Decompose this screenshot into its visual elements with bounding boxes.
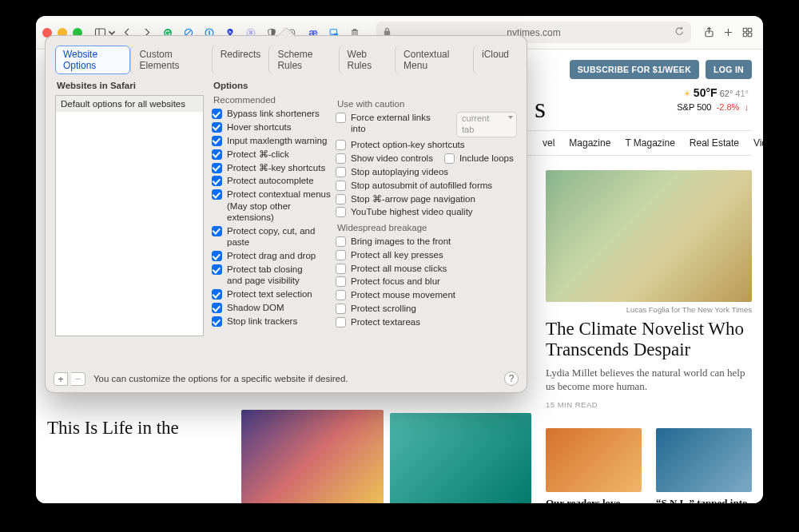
option-label: Protect option-key shortcuts — [351, 139, 465, 150]
nav-item[interactable]: vel — [543, 137, 555, 149]
option-checkbox[interactable]: Protect all key presses — [336, 249, 517, 260]
svg-rect-29 — [748, 33, 752, 37]
svg-rect-28 — [743, 33, 747, 37]
tab-icloud[interactable]: iCloud — [473, 46, 517, 74]
option-checkbox[interactable]: Protect contextual menus(May stop other … — [212, 189, 336, 223]
checkbox-icon — [212, 109, 222, 119]
checkbox-icon — [336, 276, 346, 287]
option-label: Protect all mouse clicks — [351, 263, 447, 274]
tab-contextual-menu[interactable]: Contextual Menu — [395, 46, 473, 74]
add-website-button[interactable]: + — [54, 372, 68, 386]
option-checkbox[interactable]: Protect focus and blur — [336, 276, 517, 287]
option-label: Input maxlength warning — [227, 135, 327, 146]
extension-settings-popover: Website Options Custom Elements Redirect… — [45, 35, 527, 393]
tab-web-rules[interactable]: Web Rules — [339, 46, 396, 74]
option-label: Shadow DOM — [227, 302, 284, 313]
option-checkbox[interactable]: Force external links intocurrent tab — [336, 112, 517, 137]
checkbox-icon — [336, 207, 346, 217]
option-checkbox[interactable]: Protect option-key shortcuts — [336, 139, 517, 150]
share-button[interactable] — [699, 23, 718, 42]
option-checkbox[interactable]: Protect copy, cut, and paste — [212, 225, 336, 248]
nav-item[interactable]: Magazine — [569, 137, 610, 149]
option-checkbox[interactable]: Bring images to the front — [336, 236, 517, 247]
option-label: Protect contextual menus(May stop other … — [227, 189, 336, 223]
option-checkbox[interactable]: Stop ⌘-arrow page navigation — [336, 193, 517, 204]
option-select[interactable]: current tab — [456, 112, 517, 137]
option-label: YouTube highest video quality — [351, 206, 473, 217]
checkbox-icon — [212, 176, 222, 186]
option-checkbox[interactable]: Protect all mouse clicks — [336, 263, 517, 274]
option-label: Protect scrolling — [351, 303, 416, 314]
tab-scheme-rules[interactable]: Scheme Rules — [268, 46, 338, 74]
help-button[interactable]: ? — [504, 371, 519, 386]
option-label: Protect focus and blur — [351, 276, 440, 287]
option-checkbox[interactable]: YouTube highest video quality — [336, 206, 517, 217]
svg-line-4 — [186, 30, 191, 34]
tab-redirects[interactable]: Redirects — [212, 46, 269, 74]
svg-rect-20 — [354, 29, 356, 30]
checkbox-icon — [336, 194, 346, 204]
option-checkbox[interactable]: Protect autocomplete — [212, 175, 336, 186]
hero-title[interactable]: The Climate Novelist Who Transcends Desp… — [546, 319, 752, 361]
settings-tabs: Website Options Custom Elements Redirect… — [46, 36, 527, 81]
option-checkbox[interactable]: Protect tab closingand page visibility — [212, 264, 336, 287]
tab-website-options[interactable]: Website Options — [55, 46, 130, 74]
option-checkbox[interactable]: Bypass link shorteners — [212, 108, 336, 119]
subscribe-button[interactable]: SUBSCRIBE FOR $1/WEEK — [570, 60, 699, 79]
option-checkbox[interactable]: Input maxlength warning — [212, 135, 336, 146]
option-label: Protect drag and drop — [227, 250, 316, 261]
card-image — [546, 428, 642, 492]
tab-overview-button[interactable] — [737, 23, 757, 42]
option-checkbox[interactable]: Protect ⌘-key shortcuts — [212, 162, 336, 173]
svg-rect-26 — [743, 28, 747, 32]
tab-custom-elements[interactable]: Custom Elements — [130, 46, 211, 74]
nav-item[interactable]: Video — [753, 137, 763, 149]
option-checkbox[interactable]: Stop autosubmit of autofilled forms — [336, 180, 517, 191]
option-checkbox[interactable]: Show video controlsInclude loops — [336, 153, 517, 164]
option-label: Bypass link shorteners — [227, 108, 320, 119]
checkbox-icon — [212, 189, 222, 200]
thumbnail[interactable] — [390, 413, 531, 503]
weather-temp: 50°F — [694, 86, 718, 99]
group-breakage: Widespread breakage — [337, 223, 517, 232]
options-heading: Options — [213, 81, 336, 90]
option-label: Protect textareas — [351, 316, 420, 328]
websites-list-default-row[interactable]: Default options for all websites — [56, 96, 203, 112]
option-checkbox[interactable]: Protect textareas — [336, 316, 517, 328]
thumbnail[interactable] — [241, 410, 383, 503]
option-checkbox[interactable]: Protect ⌘-click — [212, 149, 336, 160]
checkbox-icon — [336, 290, 346, 300]
option-checkbox[interactable]: Protect scrolling — [336, 303, 517, 314]
option-label: Stop link trackers — [227, 316, 297, 327]
hero-image[interactable] — [546, 170, 752, 302]
option-checkbox[interactable]: Protect drag and drop — [212, 250, 336, 261]
remove-website-button[interactable]: − — [71, 372, 85, 386]
nav-item[interactable]: Real Estate — [690, 137, 739, 149]
option-checkbox[interactable]: Protect mouse movement — [336, 289, 517, 300]
checkbox-icon — [336, 236, 346, 247]
option-checkbox[interactable]: Protect text selection — [212, 288, 336, 300]
story-card[interactable]: “S.N.L.” tapped into anxiety about Presi… — [656, 428, 752, 503]
recommended-options: Bypass link shortenersHover shortcutsInp… — [212, 108, 336, 327]
checkbox-icon — [336, 264, 346, 274]
websites-list[interactable]: Default options for all websites — [55, 95, 204, 336]
masthead-fragment: s — [535, 91, 546, 125]
option-checkbox[interactable]: Hover shortcuts — [212, 121, 336, 133]
left-story-title[interactable]: This Is Life in the — [47, 418, 227, 439]
checkbox-icon — [444, 153, 455, 164]
option-label: Protect autocomplete — [227, 175, 314, 186]
card-image — [656, 428, 752, 492]
checkbox-icon — [212, 289, 222, 300]
option-checkbox[interactable]: Stop autoplaying videos — [336, 166, 517, 177]
option-checkbox[interactable]: Shadow DOM — [212, 302, 336, 313]
story-card[interactable]: Our readers love these 14 easy and cheap… — [546, 428, 642, 503]
login-button[interactable]: LOG IN — [706, 60, 752, 79]
option-label: Protect all key presses — [351, 249, 443, 260]
hero-mins: 15 MIN READ — [546, 400, 752, 409]
checkbox-icon — [336, 140, 346, 150]
option-label: Protect text selection — [227, 288, 312, 300]
nav-item[interactable]: T Magazine — [625, 137, 674, 149]
option-checkbox[interactable]: Stop link trackers — [212, 316, 336, 327]
weather-widget[interactable]: ☀ 50°F 62° 41° S&P 500 -2.8% ↓ — [677, 86, 749, 112]
new-tab-button[interactable] — [718, 23, 737, 42]
